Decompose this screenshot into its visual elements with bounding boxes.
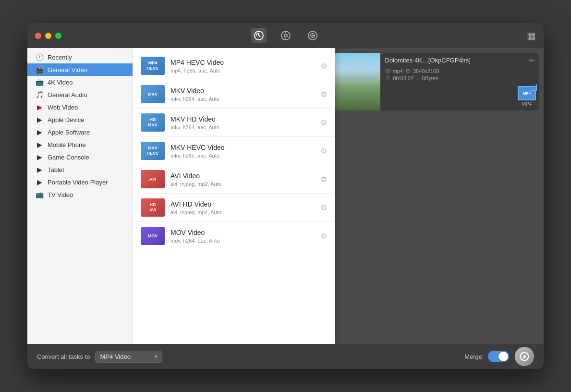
menu-label-tablet: Tablet (48, 166, 64, 173)
format-thumb-mkv: MKV (141, 85, 165, 103)
menu-item-game-console[interactable]: ▶ Game Console (27, 151, 133, 163)
traffic-lights (35, 33, 61, 39)
maximize-button[interactable] (55, 33, 61, 39)
format-details-mov: MOV Video mov, h264, aac, Auto (170, 229, 315, 244)
menu-label-web: Web Video (48, 104, 78, 111)
gear-icon-mov[interactable]: ⚙ (320, 232, 327, 241)
close-button[interactable] (35, 33, 41, 39)
bottom-right: Merge (464, 347, 534, 366)
meta-row-4: ⏱ 00:03:22 ↓ 0Bytes (385, 75, 535, 81)
format-icon-2: ▤ (385, 68, 390, 74)
gear-icon-avi[interactable]: ⚙ (320, 175, 327, 184)
menu-label-apple-software: Apple Software (48, 129, 90, 136)
menu-item-general-video[interactable]: 🎬 General Video (27, 63, 133, 76)
format-tags-mkv-hd: mkv, h264, aac, Auto (170, 124, 315, 130)
meta-row-3: ▤ mp4 ⊞ 3840x2160 (385, 68, 535, 74)
svg-point-7 (312, 35, 313, 36)
category-dropdown: 🕐 Recently 🎬 General Video 📺 4K Video 🎵 … (27, 48, 133, 344)
format-item-mkv[interactable]: MKV MKV Video mkv, h264, aac, Auto ⚙ (133, 80, 335, 109)
menu-label-tv: TV Video (48, 191, 73, 198)
resolution-value-2: 3840x2160 (413, 68, 439, 74)
format-name-mp4hevc: MP4 HEVC Video (170, 59, 315, 66)
format-name-mov: MOV Video (170, 229, 315, 236)
format-tags-mkv: mkv, h264, aac, Auto (170, 96, 315, 102)
format-thumb-mkv-hd: HDMKV (141, 113, 165, 132)
size-value-2: 0Bytes (422, 75, 438, 81)
format-details-mp4hevc: MP4 HEVC Video mp4, h265, aac, Auto (170, 59, 315, 74)
menu-item-tablet[interactable]: ▶ Tablet (27, 163, 133, 176)
edit-icon-2[interactable]: ✏ (529, 57, 535, 64)
menu-item-web-video[interactable]: ▶ Web Video (27, 101, 133, 113)
time-icon-2: ⏱ (385, 75, 390, 81)
video-title-2: Dolomites 4K…[OkpCFGP4irs] (385, 57, 535, 64)
format-panel: MP4HEVC MP4 HEVC Video mp4, h265, aac, A… (133, 48, 335, 344)
menu-item-apple-device[interactable]: ▶ Apple Device (27, 113, 133, 126)
output-badge-2: MP4 MP4 (518, 86, 536, 107)
format-tags-avi-hd: avi, mjpeg, mp2, Auto (170, 209, 315, 215)
convert-select-wrapper: MP4 Video MKV Video AVI Video MOV Video … (95, 351, 162, 363)
format-list: MP4HEVC MP4 HEVC Video mp4, h265, aac, A… (133, 48, 335, 344)
gear-icon-mkv[interactable]: ⚙ (320, 90, 327, 99)
effects-icon[interactable] (305, 28, 320, 43)
menu-item-portable-player[interactable]: ▶ Portable Video Player (27, 176, 133, 188)
format-thumb-mp4hevc: MP4HEVC (141, 57, 165, 75)
arrow-right-icon-2: ▶ (35, 128, 44, 136)
video-icon: 🎬 (35, 66, 44, 74)
toggle-thumb (498, 352, 508, 361)
arrow-right-icon-5: ▶ (35, 166, 44, 173)
menu-item-tv-video[interactable]: 📺 TV Video (27, 188, 133, 201)
size-icon-2: ↓ (416, 75, 419, 81)
minimize-button[interactable] (45, 33, 51, 39)
gear-icon-mp4hevc[interactable]: ⚙ (320, 61, 327, 71)
main-content: Dua Lipa – Lo…[BC19kwABFwc] ▤ mp4 ⊞ 1920… (27, 48, 544, 344)
merge-toggle[interactable] (488, 351, 509, 362)
svg-point-2 (284, 34, 287, 37)
convert-label: Convert all tasks to (37, 353, 90, 360)
format-name-mkv-hd: MKV HD Video (170, 115, 315, 123)
menu-item-general-audio[interactable]: 🎵 General Audio (27, 88, 133, 101)
format-thumb-avi: AVI (141, 170, 165, 188)
menu-label-audio: General Audio (48, 91, 87, 98)
grid-icon[interactable]: ▦ (527, 30, 536, 41)
convert-icon[interactable] (251, 28, 267, 43)
format-thumb-mov: MOV (141, 227, 165, 245)
format-tags-mp4hevc: mp4, h265, aac, Auto (170, 68, 315, 74)
duration-value-2: 00:03:22 (393, 75, 414, 81)
arrow-right-icon: ▶ (35, 116, 44, 123)
format-details-avi-hd: AVI HD Video avi, mjpeg, mp2, Auto (170, 200, 315, 215)
clock-icon: 🕐 (35, 53, 44, 61)
convert-select[interactable]: MP4 Video MKV Video AVI Video MOV Video (95, 351, 162, 363)
video-info-2: Dolomites 4K…[OkpCFGP4irs] ▤ mp4 ⊞ 3840x… (380, 53, 539, 110)
gear-icon-mkv-hevc[interactable]: ⚙ (320, 147, 327, 156)
media-icon[interactable] (278, 28, 293, 43)
menu-label-apple-device: Apple Device (48, 116, 85, 123)
format-tags-avi: avi, mjpeg, mp2, Auto (170, 181, 315, 187)
gear-icon-mkv-hd[interactable]: ⚙ (320, 118, 327, 127)
format-name-mkv: MKV Video (170, 87, 315, 95)
format-item-mkv-hevc[interactable]: MKVHEVC MKV HEVC Video mkv, h265, aac, A… (133, 137, 335, 165)
format-item-avi[interactable]: AVI AVI Video avi, mjpeg, mp2, Auto ⚙ (133, 165, 335, 194)
convert-button[interactable] (515, 347, 534, 366)
menu-item-apple-software[interactable]: ▶ Apple Software (27, 126, 133, 138)
gear-icon-avi-hd[interactable]: ⚙ (320, 203, 327, 212)
menu-item-mobile-phone[interactable]: ▶ Mobile Phone (27, 138, 133, 151)
app-window: ▦ Dua Lipa – Lo…[BC19kwABFwc] ▤ mp4 ⊞ (27, 23, 544, 369)
title-bar: ▦ (27, 23, 544, 48)
menu-label-general-video: General Video (48, 66, 87, 74)
bottom-bar: Convert all tasks to MP4 Video MKV Video… (27, 344, 544, 369)
arrow-right-icon-6: ▶ (35, 178, 44, 186)
menu-item-recently[interactable]: 🕐 Recently (27, 51, 133, 63)
format-item-avi-hd[interactable]: HDAVI AVI HD Video avi, mjpeg, mp2, Auto… (133, 194, 335, 222)
format-details-mkv-hd: MKV HD Video mkv, h264, aac, Auto (170, 115, 315, 130)
title-bar-right: ▦ (527, 30, 536, 41)
web-icon: ▶ (35, 103, 44, 111)
format-item-mp4hevc[interactable]: MP4HEVC MP4 HEVC Video mp4, h265, aac, A… (133, 52, 335, 80)
menu-label-portable: Portable Video Player (48, 179, 108, 186)
arrow-right-icon-3: ▶ (35, 141, 44, 148)
badge-label-2: MP4 (522, 101, 532, 107)
format-item-mov[interactable]: MOV MOV Video mov, h264, aac, Auto ⚙ (133, 222, 335, 250)
format-item-mkv-hd[interactable]: HDMKV MKV HD Video mkv, h264, aac, Auto … (133, 109, 335, 137)
video-meta-2: ▤ mp4 ⊞ 3840x2160 ⏱ 00:03:22 ↓ 0Bytes (385, 68, 535, 81)
menu-item-4k-video[interactable]: 📺 4K Video (27, 76, 133, 88)
format-details-avi: AVI Video avi, mjpeg, mp2, Auto (170, 172, 315, 187)
